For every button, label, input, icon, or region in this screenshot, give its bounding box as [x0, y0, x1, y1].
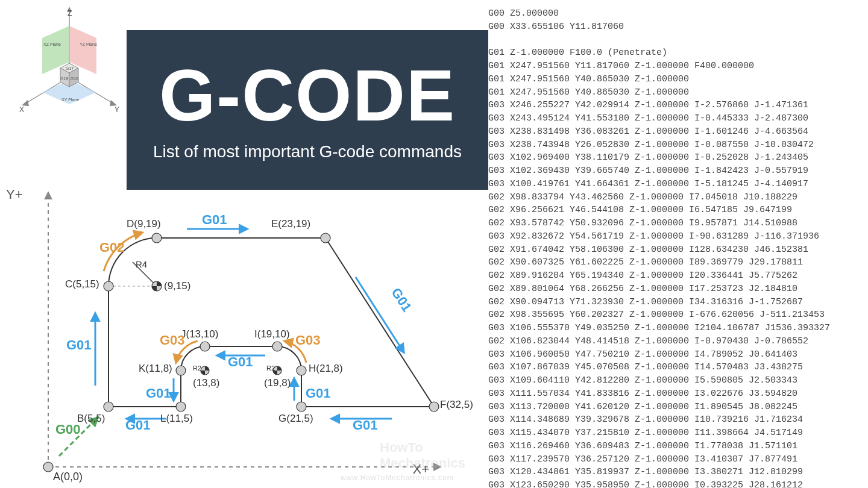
banner-subtitle: List of most important G-code commands	[153, 142, 462, 161]
pt-H: H(21,8)	[309, 363, 343, 375]
origin-label: A(0,0)	[53, 471, 83, 483]
xz-plane-label: XZ Plane	[43, 42, 61, 46]
cmd-G03b: G03	[160, 333, 185, 348]
arc-center-R4	[152, 281, 162, 291]
svg-point-34	[200, 342, 210, 351]
cmd-G02: G02	[99, 240, 125, 255]
g17-label: G17	[66, 66, 74, 70]
cmd-G03a: G03	[295, 333, 321, 348]
cmd-G01d: G01	[353, 418, 378, 433]
pt-C: C(5,15)	[65, 278, 99, 290]
r2a-label: R2	[193, 364, 201, 372]
cmd-G01e: G01	[306, 386, 331, 401]
cmd-G01a: G01	[66, 337, 92, 353]
pt-I: I(19,10)	[254, 328, 290, 340]
pt-F: F(32,5)	[440, 399, 473, 411]
svg-point-25	[43, 462, 53, 472]
pt-center2: (13,8)	[193, 377, 219, 389]
watermark-logo: HowTo Mechatronics	[380, 440, 476, 471]
svg-point-32	[297, 366, 306, 375]
cmd-G01h: G01	[125, 418, 151, 433]
isometric-svg: Z X Y XZ Plane YZ Plane XY Plane G17 G18…	[12, 5, 127, 119]
cmd-G00: G00	[55, 422, 81, 437]
pt-L: L(11,5)	[160, 413, 193, 425]
g18-label: G18	[71, 77, 78, 81]
arc-center-R2a	[201, 366, 209, 375]
pt-J: J(13,10)	[181, 328, 218, 340]
pt-E: E(23,19)	[271, 218, 310, 230]
svg-point-29	[321, 233, 330, 243]
svg-point-27	[104, 281, 113, 291]
pt-B: B(5,5)	[77, 413, 105, 425]
r4-label: R4	[136, 259, 147, 269]
svg-point-33	[272, 342, 282, 351]
xy-plane-label: XY Plane	[61, 98, 79, 102]
pt-center3: (19,8)	[264, 377, 291, 389]
g19-label: G19	[60, 77, 68, 81]
x-axis-label: X	[19, 105, 24, 114]
isometric-axes-diagram: Z X Y XZ Plane YZ Plane XY Plane G17 G18…	[12, 5, 127, 119]
svg-point-26	[104, 402, 113, 411]
y-plus-label: Y+	[6, 187, 23, 202]
coordinate-plot: Y+ X+ A(0,0)	[6, 181, 476, 488]
svg-point-36	[176, 402, 186, 411]
svg-point-30	[429, 402, 439, 411]
title-banner: G-CODE List of most important G-code com…	[127, 30, 488, 190]
pt-G: G(21,5)	[278, 413, 313, 425]
pt-K: K(11,8)	[139, 363, 172, 375]
pt-D: D(9,19)	[127, 218, 161, 230]
watermark-url: www.HowToMechatronics.com	[341, 474, 454, 482]
svg-point-35	[176, 366, 186, 375]
svg-point-31	[297, 402, 306, 411]
r2b-label: R2	[266, 364, 275, 372]
yz-plane-label: YZ Plane	[80, 42, 97, 46]
cmd-G01g: G01	[146, 386, 171, 401]
pt-center1: (9,15)	[164, 280, 190, 292]
stage: G-CODE List of most important G-code com…	[0, 0, 868, 488]
cmd-G01f: G01	[228, 354, 253, 370]
y-axis-label: Y	[115, 105, 119, 114]
banner-title: G-CODE	[159, 59, 456, 131]
cmd-G01b: G01	[202, 212, 227, 228]
gcode-listing: G00 Z5.000000 G00 X33.655106 Y11.817060 …	[482, 0, 868, 488]
z-axis-label: Z	[68, 9, 72, 17]
svg-point-28	[152, 233, 162, 243]
